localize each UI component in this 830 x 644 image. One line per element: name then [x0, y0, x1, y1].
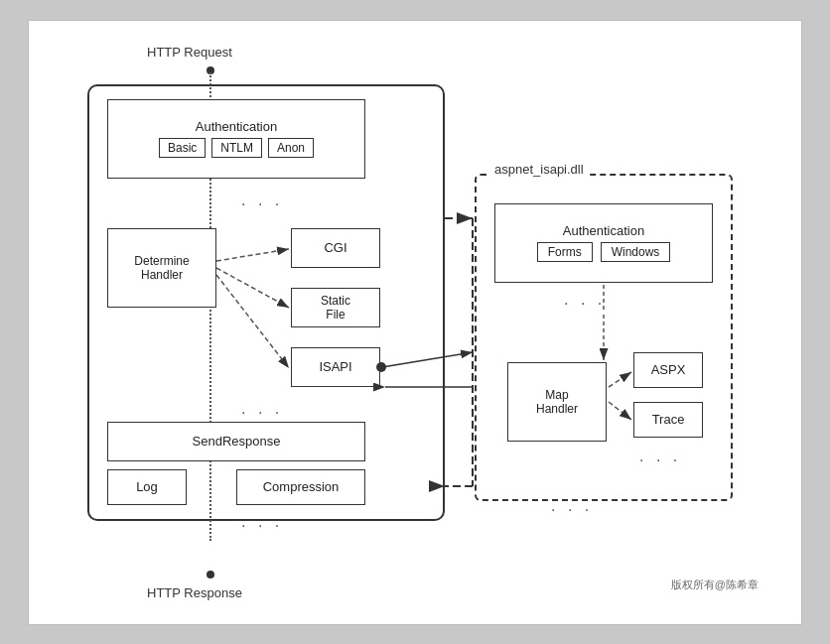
dots-aspnet-bottom: . . . [551, 497, 593, 515]
auth-anon: Anon [268, 138, 314, 158]
auth-forms: Forms [537, 242, 593, 262]
dots-auth-iis: . . . [241, 192, 283, 209]
diagram: HTTP Request Authentication Basic NTLM A… [58, 45, 772, 600]
dot-bottom [207, 571, 214, 579]
page: HTTP Request Authentication Basic NTLM A… [28, 20, 802, 625]
log-box: Log [107, 469, 187, 505]
auth-aspnet-row: Forms Windows [537, 242, 671, 262]
aspnet-label: aspnet_isapi.dll [490, 162, 588, 177]
det-handler-box: Determine Handler [107, 228, 216, 308]
auth-aspnet-box: Authentication Forms Windows [494, 203, 713, 283]
isapi-box: ISAPI [291, 347, 380, 387]
compression-box: Compression [236, 469, 365, 505]
auth-windows: Windows [601, 242, 671, 262]
auth-ntlm: NTLM [211, 138, 262, 158]
auth-iis-label: Authentication [196, 119, 277, 134]
auth-basic: Basic [159, 138, 206, 158]
aspx-box: ASPX [633, 352, 703, 388]
watermark: 版权所有@陈希章 [671, 578, 759, 592]
dots-aspnet-handlers: . . . [639, 448, 681, 465]
cgi-box: CGI [291, 228, 380, 268]
http-request-label: HTTP Request [147, 45, 232, 60]
map-handler-box: Map Handler [507, 362, 607, 442]
dots-bottom-iis: . . . [241, 513, 283, 531]
auth-iis-row: Basic NTLM Anon [159, 138, 314, 158]
http-response-label: HTTP Response [147, 585, 242, 600]
dots-aspnet-auth: . . . [564, 291, 606, 309]
auth-iis-box: Authentication Basic NTLM Anon [107, 99, 365, 179]
trace-box: Trace [633, 402, 703, 438]
send-response-box: SendResponse [107, 422, 365, 461]
auth-aspnet-label: Authentication [563, 223, 644, 238]
static-file-box: Static File [291, 288, 380, 327]
dots-mid-iis: . . . [241, 400, 283, 418]
